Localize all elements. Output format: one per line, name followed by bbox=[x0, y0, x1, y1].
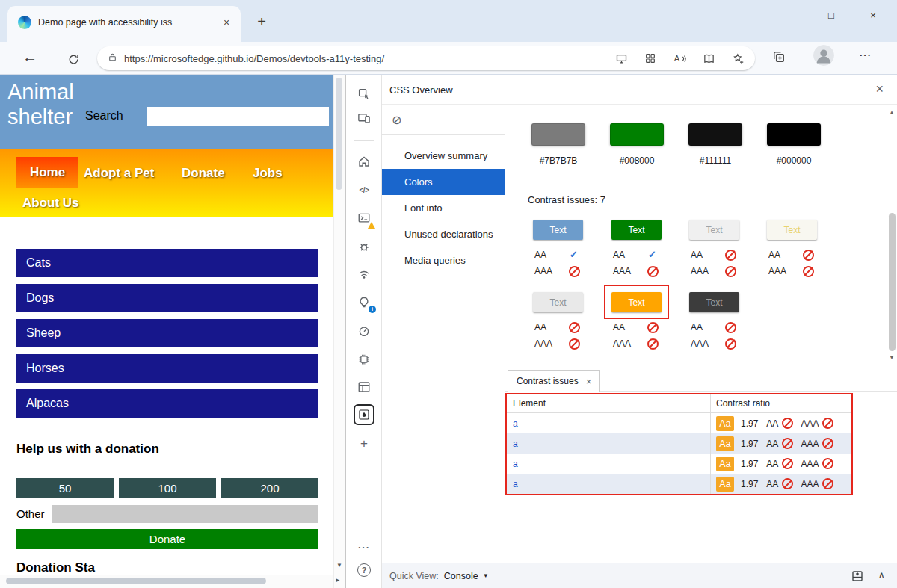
amount-button-50[interactable]: 50 bbox=[16, 478, 114, 498]
aaa-status-icon bbox=[569, 338, 580, 350]
contrast-sample[interactable]: Text bbox=[533, 292, 583, 312]
nav-item-donate[interactable]: Donate bbox=[182, 166, 225, 181]
maximize-button[interactable]: □ bbox=[810, 0, 852, 30]
device-toolbar-icon[interactable] bbox=[357, 111, 372, 126]
element-link[interactable]: a bbox=[513, 479, 518, 489]
contrast-sample[interactable]: Text bbox=[689, 292, 739, 312]
nav-item-adopt[interactable]: Adopt a Pet bbox=[84, 166, 154, 181]
category-link-dogs[interactable]: Dogs bbox=[16, 284, 318, 312]
browser-tab[interactable]: Demo page with accessibility iss × bbox=[7, 6, 241, 42]
sidebar-toolbar: ⊘ bbox=[382, 105, 505, 135]
column-header-element[interactable]: Element bbox=[507, 394, 711, 412]
profile-avatar[interactable] bbox=[813, 45, 834, 66]
scroll-up-arrow[interactable]: ▲ bbox=[889, 109, 895, 116]
table-row[interactable]: a Aa 1.97 AA AAA bbox=[507, 474, 851, 494]
nav-item-jobs[interactable]: Jobs bbox=[253, 166, 283, 181]
contrast-sample[interactable]: Text bbox=[689, 220, 739, 240]
read-aloud-icon[interactable]: A bbox=[668, 49, 691, 68]
contrast-sample[interactable]: Text bbox=[767, 220, 817, 240]
sidebar-item-unused-declarations[interactable]: Unused declarations bbox=[382, 221, 505, 247]
column-header-contrast-ratio[interactable]: Contrast ratio bbox=[711, 394, 851, 412]
close-window-button[interactable]: × bbox=[852, 0, 894, 30]
color-swatch-item: #008000 bbox=[610, 123, 664, 166]
tab-contrast-issues[interactable]: Contrast issues × bbox=[508, 370, 600, 392]
send-to-devices-icon[interactable] bbox=[610, 49, 632, 68]
scroll-right-arrow[interactable]: ► bbox=[335, 577, 341, 584]
category-link-alpacas[interactable]: Alpacas bbox=[16, 389, 318, 418]
contrast-sample[interactable]: Text bbox=[533, 220, 583, 240]
nav-item-about[interactable]: About Us bbox=[22, 196, 79, 211]
collections-icon[interactable] bbox=[771, 49, 789, 67]
refresh-button[interactable] bbox=[64, 49, 83, 69]
aa-status-icon bbox=[782, 478, 793, 489]
horizontal-scrollbar-thumb[interactable] bbox=[6, 578, 266, 584]
clear-overview-icon[interactable]: ⊘ bbox=[392, 113, 401, 127]
color-swatch[interactable] bbox=[610, 123, 664, 146]
expand-drawer-icon[interactable]: ∧ bbox=[878, 569, 885, 581]
devtools-close-icon[interactable]: × bbox=[875, 81, 884, 97]
settings-more-icon[interactable]: ··· bbox=[860, 49, 872, 61]
apps-grid-icon[interactable] bbox=[639, 49, 662, 68]
amount-button-100[interactable]: 100 bbox=[119, 478, 216, 498]
nav-item-home[interactable]: Home bbox=[16, 157, 78, 188]
tab-close-icon[interactable]: × bbox=[220, 16, 233, 28]
inspect-icon[interactable] bbox=[357, 87, 372, 102]
color-swatch[interactable] bbox=[531, 123, 585, 146]
scroll-down-arrow[interactable]: ▼ bbox=[333, 562, 345, 569]
table-row[interactable]: a Aa 1.97 AA AAA bbox=[507, 413, 851, 433]
dropdown-caret-icon: ▼ bbox=[483, 572, 489, 579]
dock-drawer-icon[interactable] bbox=[851, 569, 864, 583]
url-text[interactable]: https://microsoftedge.github.io/Demos/de… bbox=[124, 53, 603, 64]
css-overview-icon[interactable] bbox=[354, 404, 374, 425]
memory-icon[interactable] bbox=[357, 352, 372, 367]
other-amount-input[interactable] bbox=[52, 505, 318, 523]
performance-icon[interactable] bbox=[357, 324, 372, 338]
devtools-activity-bar: </> i bbox=[346, 75, 382, 588]
new-tab-button[interactable]: + bbox=[253, 13, 271, 31]
category-link-horses[interactable]: Horses bbox=[16, 354, 318, 383]
category-link-sheep[interactable]: Sheep bbox=[16, 319, 318, 347]
application-icon[interactable] bbox=[357, 380, 372, 394]
devtools-scrollbar-thumb[interactable] bbox=[889, 213, 896, 351]
more-options-icon[interactable]: ··· bbox=[357, 539, 372, 554]
quick-view-select[interactable]: Console bbox=[444, 571, 478, 581]
contrast-tile-group: Text AA AAA bbox=[767, 220, 817, 279]
vertical-scrollbar-thumb[interactable] bbox=[336, 78, 342, 190]
color-swatch[interactable] bbox=[767, 123, 821, 146]
add-tools-icon[interactable]: + bbox=[357, 436, 372, 451]
other-amount-label: Other bbox=[16, 507, 45, 520]
contrast-ratio-value: 1.97 bbox=[741, 418, 758, 429]
sidebar-item-font-info[interactable]: Font info bbox=[382, 195, 505, 221]
donate-button[interactable]: Donate bbox=[16, 529, 318, 549]
welcome-home-icon[interactable] bbox=[357, 154, 372, 169]
network-icon[interactable] bbox=[357, 267, 372, 282]
lock-icon[interactable] bbox=[108, 52, 117, 65]
table-row[interactable]: a Aa 1.97 AA AAA bbox=[507, 433, 851, 454]
back-button[interactable]: ← bbox=[20, 47, 40, 66]
sidebar-item-colors[interactable]: Colors bbox=[382, 169, 505, 195]
console-icon[interactable] bbox=[357, 211, 372, 226]
nav-home-label: Home bbox=[30, 165, 65, 180]
add-favorite-icon[interactable] bbox=[727, 49, 749, 68]
elements-icon[interactable]: </> bbox=[357, 182, 372, 197]
sidebar-item-media-queries[interactable]: Media queries bbox=[382, 247, 505, 273]
issues-icon[interactable] bbox=[357, 239, 372, 254]
category-link-cats[interactable]: Cats bbox=[16, 249, 318, 277]
tab-close-icon[interactable]: × bbox=[586, 376, 592, 387]
table-row[interactable]: a Aa 1.97 AA AAA bbox=[507, 454, 851, 474]
element-link[interactable]: a bbox=[513, 439, 518, 449]
scroll-down-arrow[interactable]: ▼ bbox=[889, 354, 895, 361]
element-link[interactable]: a bbox=[513, 459, 518, 469]
amount-button-200[interactable]: 200 bbox=[221, 478, 318, 498]
search-input[interactable] bbox=[147, 107, 329, 126]
color-swatch[interactable] bbox=[688, 123, 742, 146]
hints-lightbulb-icon[interactable]: i bbox=[357, 295, 372, 310]
sidebar-item-overview-summary[interactable]: Overview summary bbox=[382, 143, 505, 169]
contrast-sample[interactable]: Text bbox=[611, 220, 662, 240]
help-icon[interactable]: ? bbox=[357, 563, 371, 577]
minimize-button[interactable]: – bbox=[768, 0, 810, 30]
element-link[interactable]: a bbox=[513, 418, 518, 429]
address-bar[interactable]: https://microsoftedge.github.io/Demos/de… bbox=[97, 46, 755, 70]
aa-status-icon bbox=[569, 322, 580, 333]
immersive-reader-icon[interactable] bbox=[697, 49, 720, 68]
